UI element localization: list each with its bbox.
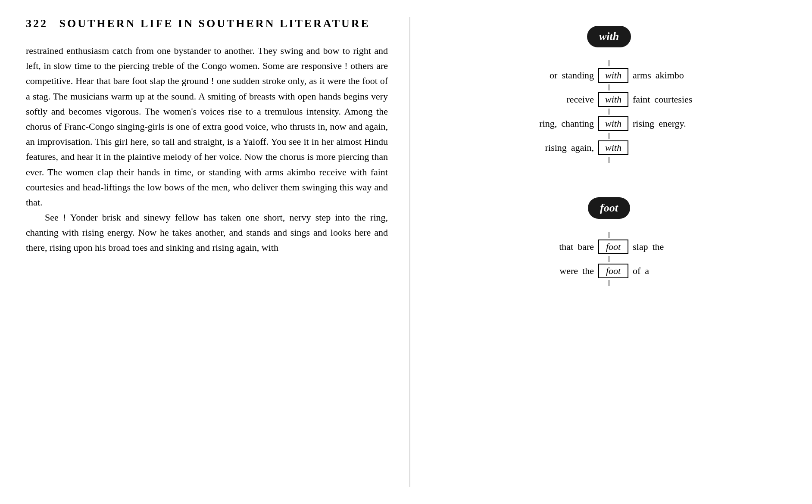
with-row-1: or standing with arms akimbo — [473, 66, 745, 84]
foot-right-words-1: slap the — [633, 241, 745, 252]
left-column: 322 SOUTHERN LIFE IN SOUTHERN LITERATURE… — [26, 17, 397, 487]
with-concordance-rows: or standing with arms akimbo receive wit… — [473, 60, 745, 163]
right-words-2: faint courtesies — [633, 94, 745, 105]
word: the — [582, 265, 594, 277]
right-words-3: rising energy. — [633, 118, 745, 129]
word: ring, — [539, 118, 557, 129]
word: slap — [633, 241, 648, 252]
with-box-1: with — [598, 68, 628, 83]
with-bubble: with — [587, 26, 631, 47]
word: a — [645, 265, 649, 277]
v-line-top-1 — [609, 60, 609, 66]
word: rising — [545, 142, 567, 153]
foot-concordance-rows: that bare foot slap the were the — [473, 232, 745, 286]
word: or — [550, 70, 557, 81]
word: again, — [571, 142, 594, 153]
foot-left-words-2: were the — [473, 265, 594, 277]
v-line-foot-top — [609, 232, 609, 238]
foot-row-2: were the foot of a — [473, 262, 745, 280]
with-row-4: rising again, with — [473, 139, 745, 157]
foot-left-words-1: that bare — [473, 241, 594, 252]
page-title: SOUTHERN LIFE IN SOUTHERN LITERATURE — [59, 17, 370, 30]
word: the — [652, 241, 664, 252]
word: courtesies — [654, 94, 692, 105]
with-box-2: with — [598, 92, 628, 107]
with-section: with or standing with arms akimbo — [473, 26, 745, 163]
right-column: with or standing with arms akimbo — [423, 17, 786, 487]
column-divider — [409, 17, 410, 487]
left-words-4: rising again, — [473, 142, 594, 153]
word: that — [559, 241, 573, 252]
with-box-3: with — [598, 116, 628, 131]
v-line-foot-bottom — [609, 280, 609, 286]
foot-box-2: foot — [598, 264, 628, 278]
page-header: 322 SOUTHERN LIFE IN SOUTHERN LITERATURE — [26, 17, 388, 30]
paragraph-1: restrained enthusiasm catch from one bys… — [26, 43, 388, 210]
v-line-3 — [609, 109, 609, 115]
word: of — [633, 265, 640, 277]
left-words-1: or standing — [473, 70, 594, 81]
page-number: 322 — [26, 17, 48, 30]
left-words-2: receive — [473, 94, 594, 105]
v-line-foot-2 — [609, 256, 609, 262]
word: were — [559, 265, 578, 277]
left-words-3: ring, chanting — [473, 118, 594, 129]
word: rising — [633, 118, 654, 129]
main-text: restrained enthusiasm catch from one bys… — [26, 43, 388, 255]
with-bubble-row: with — [473, 26, 745, 55]
word: energy. — [659, 118, 686, 129]
foot-section: foot that bare foot slap the — [473, 197, 745, 286]
word: standing — [562, 70, 594, 81]
with-row-3: ring, chanting with rising energy. — [473, 115, 745, 133]
v-line-2 — [609, 84, 609, 90]
word: faint — [633, 94, 650, 105]
v-line-bottom — [609, 157, 609, 163]
word: arms — [633, 70, 651, 81]
right-words-1: arms akimbo — [633, 70, 745, 81]
right-section-wrapper: with or standing with arms akimbo — [432, 17, 786, 286]
with-box-4: with — [598, 140, 628, 155]
paragraph-2: See ! Yonder brisk and sinewy fellow has… — [26, 210, 388, 255]
v-line-4 — [609, 133, 609, 139]
foot-bubble: foot — [588, 197, 630, 219]
word: bare — [578, 241, 594, 252]
word: chanting — [561, 118, 594, 129]
foot-row-1: that bare foot slap the — [473, 238, 745, 256]
with-row-2: receive with faint courtesies — [473, 90, 745, 109]
foot-box-1: foot — [598, 240, 628, 254]
foot-right-words-2: of a — [633, 265, 745, 277]
foot-bubble-row: foot — [473, 197, 745, 227]
word: receive — [567, 94, 594, 105]
word: akimbo — [656, 70, 684, 81]
